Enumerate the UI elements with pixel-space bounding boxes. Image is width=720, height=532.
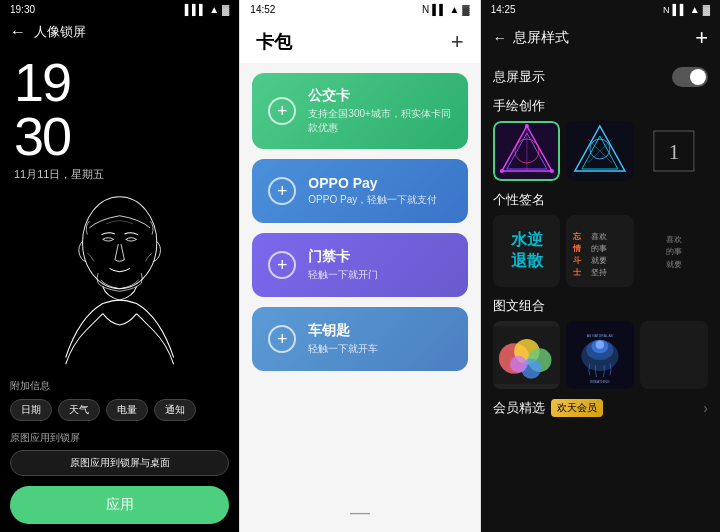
member-badge[interactable]: 欢天会员 bbox=[551, 399, 603, 417]
signal-icon-3: ▌▌ bbox=[673, 4, 687, 15]
info-btn-battery[interactable]: 电量 bbox=[106, 399, 148, 421]
svg-text:坚持: 坚持 bbox=[592, 268, 608, 277]
back-icon-1[interactable]: ← bbox=[10, 23, 26, 41]
art-thumb-3[interactable]: 1 bbox=[640, 121, 708, 181]
svg-rect-42 bbox=[640, 321, 708, 389]
bus-card-name: 公交卡 bbox=[308, 87, 451, 105]
svg-text:忘: 忘 bbox=[572, 231, 582, 241]
add-aod-button[interactable]: + bbox=[695, 25, 708, 51]
svg-point-8 bbox=[500, 169, 504, 173]
svg-text:BREATHING: BREATHING bbox=[591, 380, 611, 384]
signature-thumb-2[interactable]: 忘 情 斗 士 喜欢 的事 就要 坚持 bbox=[566, 215, 634, 287]
svg-text:喜欢: 喜欢 bbox=[592, 232, 608, 241]
imgtext-thumb-3[interactable] bbox=[640, 321, 708, 389]
aod-toggle-switch[interactable] bbox=[672, 67, 708, 87]
oppo-pay-add-icon: + bbox=[268, 177, 296, 205]
signature-grid: 水逆 退散 忘 情 斗 士 喜欢 的事 就要 坚持 bbox=[493, 215, 708, 287]
svg-marker-10 bbox=[582, 136, 618, 169]
art-svg-1 bbox=[493, 121, 561, 181]
back-to-label: 原图应用到锁屏 bbox=[10, 431, 229, 445]
car-key-add-icon: + bbox=[268, 325, 296, 353]
art-svg-3: 1 bbox=[640, 121, 708, 181]
oppo-pay-desc: OPPO Pay，轻触一下就支付 bbox=[308, 193, 437, 207]
battery-icon-3: ▓ bbox=[703, 4, 710, 15]
info-btn-date[interactable]: 日期 bbox=[10, 399, 52, 421]
imgtext-thumb-1[interactable] bbox=[493, 321, 561, 389]
member-left: 会员精选 欢天会员 bbox=[493, 399, 603, 417]
add-card-button[interactable]: + bbox=[451, 29, 464, 55]
svg-point-5 bbox=[515, 139, 539, 163]
back-to-btn[interactable]: 原图应用到锁屏与桌面 bbox=[10, 450, 229, 476]
add-info-label: 附加信息 bbox=[10, 379, 229, 393]
car-key-card-item[interactable]: + 车钥匙 轻触一下就开车 bbox=[252, 307, 467, 371]
panel-portrait-lockscreen: 19:30 ▌▌▌ ▲ ▓ ← 人像锁屏 19 30 11月11日，星期五 bbox=[0, 0, 239, 532]
status-icons-1: ▌▌▌ ▲ ▓ bbox=[185, 4, 229, 15]
back-icon-3[interactable]: ← bbox=[493, 30, 507, 46]
svg-text:的事: 的事 bbox=[666, 247, 682, 256]
status-bar-2: 14:52 N ▌▌ ▲ ▓ bbox=[240, 0, 479, 19]
oppo-pay-card-item[interactable]: + OPPO Pay OPPO Pay，轻触一下就支付 bbox=[252, 159, 467, 223]
status-icons-3: N ▌▌ ▲ ▓ bbox=[663, 4, 710, 15]
door-card-item[interactable]: + 门禁卡 轻触一下就开门 bbox=[252, 233, 467, 297]
wifi-icon: ▲ bbox=[209, 4, 219, 15]
oppo-pay-card-info: OPPO Pay OPPO Pay，轻触一下就支付 bbox=[308, 175, 437, 207]
clock-min: 30 bbox=[14, 106, 70, 166]
sig3-svg: 喜欢 的事 就要 bbox=[640, 215, 708, 287]
clock-area: 19 30 11月11日，星期五 bbox=[0, 45, 239, 182]
info-buttons: 日期 天气 电量 通知 bbox=[10, 399, 229, 421]
imgtext-section-row: 图文组合 bbox=[493, 297, 708, 315]
imgtext2-svg: AS NATURAL AS BREATHING bbox=[566, 321, 634, 389]
clock-hour: 19 bbox=[14, 52, 70, 112]
imgtext3-svg bbox=[640, 321, 708, 389]
signature-thumb-1[interactable]: 水逆 退散 bbox=[493, 215, 561, 287]
clock-time: 19 30 bbox=[14, 55, 225, 163]
signature-thumb-3[interactable]: 喜欢 的事 就要 bbox=[640, 215, 708, 287]
door-card-add-icon: + bbox=[268, 251, 296, 279]
signal-icon: ▌▌▌ bbox=[185, 4, 206, 15]
car-key-name: 车钥匙 bbox=[308, 322, 378, 340]
svg-text:AS NATURAL AS: AS NATURAL AS bbox=[587, 334, 614, 338]
car-key-card-info: 车钥匙 轻触一下就开车 bbox=[308, 322, 378, 356]
handcraft-section-row: 手绘创作 bbox=[493, 97, 708, 115]
bus-card-item[interactable]: + 公交卡 支持全国300+城市，积实体卡同款优惠 bbox=[252, 73, 467, 149]
status-bar-1: 19:30 ▌▌▌ ▲ ▓ bbox=[0, 0, 239, 19]
aod-header: ← 息屏样式 + bbox=[481, 19, 720, 57]
info-btn-weather[interactable]: 天气 bbox=[58, 399, 100, 421]
bottom-dot: — bbox=[240, 493, 479, 532]
status-time-3: 14:25 bbox=[491, 4, 516, 15]
svg-text:就要: 就要 bbox=[666, 260, 682, 269]
status-bar-3: 14:25 N ▌▌ ▲ ▓ bbox=[481, 0, 720, 19]
battery-icon: ▓ bbox=[222, 4, 229, 15]
wallet-title: 卡包 bbox=[256, 30, 292, 54]
aod-toggle-row: 息屏显示 bbox=[493, 67, 708, 87]
svg-marker-9 bbox=[575, 126, 625, 171]
art-thumb-1[interactable] bbox=[493, 121, 561, 181]
info-btn-notification[interactable]: 通知 bbox=[154, 399, 196, 421]
door-card-info: 门禁卡 轻触一下就开门 bbox=[308, 248, 378, 282]
svg-point-39 bbox=[596, 341, 604, 349]
member-row: 会员精选 欢天会员 › bbox=[493, 399, 708, 417]
wallet-header: 卡包 + bbox=[240, 19, 479, 63]
svg-marker-1 bbox=[502, 126, 552, 171]
svg-point-0 bbox=[83, 197, 157, 289]
page-title-1: 人像锁屏 bbox=[34, 23, 86, 41]
sig1-text: 水逆 退散 bbox=[511, 230, 543, 272]
svg-text:斗: 斗 bbox=[573, 255, 582, 265]
imgtext-thumb-2[interactable]: AS NATURAL AS BREATHING bbox=[566, 321, 634, 389]
sig2-svg: 忘 情 斗 士 喜欢 的事 就要 坚持 bbox=[566, 215, 634, 287]
signal-icon-2: ▌▌ bbox=[432, 4, 446, 15]
door-card-desc: 轻触一下就开门 bbox=[308, 268, 378, 282]
aod-toggle-label: 息屏显示 bbox=[493, 68, 545, 86]
wifi-icon-2: ▲ bbox=[449, 4, 459, 15]
member-chevron-icon[interactable]: › bbox=[703, 400, 708, 416]
imgtext-grid: AS NATURAL AS BREATHING bbox=[493, 321, 708, 389]
top-nav-1: ← 人像锁屏 bbox=[0, 19, 239, 45]
svg-marker-2 bbox=[507, 133, 547, 169]
aod-title: 息屏样式 bbox=[513, 29, 569, 47]
imgtext-label: 图文组合 bbox=[493, 297, 545, 315]
portrait-illustration bbox=[0, 182, 239, 371]
art-thumb-2[interactable] bbox=[566, 121, 634, 181]
svg-text:喜欢: 喜欢 bbox=[666, 235, 682, 244]
apply-button[interactable]: 应用 bbox=[10, 486, 229, 524]
svg-point-7 bbox=[550, 169, 554, 173]
